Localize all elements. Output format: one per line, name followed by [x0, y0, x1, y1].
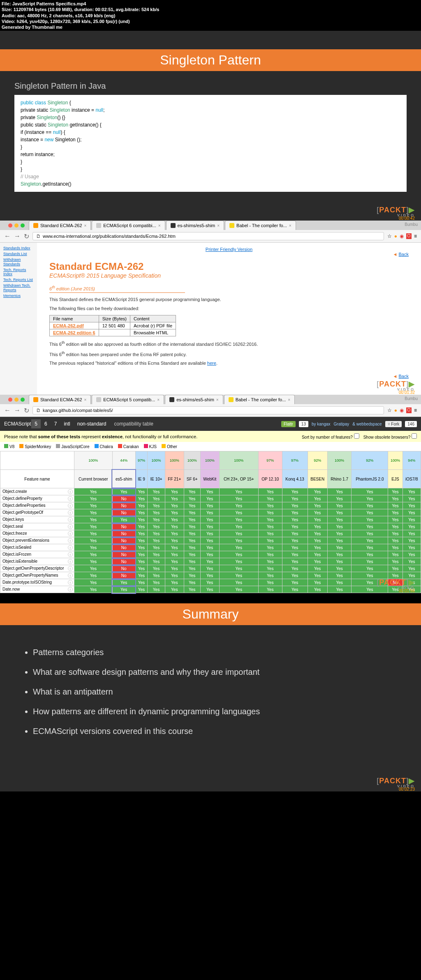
browser-column[interactable]: IE 9: [135, 470, 147, 488]
compat-cell: Yes: [258, 488, 282, 495]
compat-cell: Yes: [327, 530, 352, 537]
compat-cell: Yes: [388, 523, 402, 530]
sort-checkbox[interactable]: Sort by number of features?: [302, 433, 359, 439]
feature-name[interactable]: Object.keysi: [0, 516, 74, 523]
feature-name[interactable]: Object.getPrototypeOfi: [0, 509, 74, 516]
back-link[interactable]: Back: [399, 252, 409, 257]
toolbar-icons[interactable]: ☆●◉⬡≡: [387, 407, 417, 413]
compat-cell: Yes: [258, 558, 282, 565]
feature-name[interactable]: Object.getOwnPropertyNamesi: [0, 572, 74, 579]
table-row: Object.freezeiYesNoYesYesYesYesYesYesYes…: [0, 530, 421, 537]
feature-name[interactable]: Object.definePropertiesi: [0, 502, 74, 509]
tab-3[interactable]: es-shims/es5-shim×: [166, 221, 224, 230]
feature-name[interactable]: Object.isExtensiblei: [0, 558, 74, 565]
reload-icon[interactable]: ↻: [24, 407, 29, 414]
back-link[interactable]: Back: [399, 374, 409, 379]
url-input[interactable]: 🗋kangax.github.io/compat-table/es5/: [32, 406, 384, 414]
window-controls[interactable]: [4, 221, 29, 230]
kangax-link[interactable]: by kangax: [312, 422, 331, 426]
browser-column[interactable]: CH 23+, OP 15+: [219, 470, 258, 488]
tab-4[interactable]: Babel - The compiler fo...×: [224, 395, 295, 404]
browser-column[interactable]: EJS: [388, 470, 402, 488]
nav-es5[interactable]: 5: [31, 419, 41, 428]
feature-name[interactable]: Object.isSealedi: [0, 544, 74, 551]
browser-column[interactable]: WebKit: [200, 470, 219, 488]
feature-name[interactable]: Object.isFrozeni: [0, 551, 74, 558]
browser-column[interactable]: Current browser: [74, 470, 113, 488]
sidebar-link[interactable]: Withdrawn Tech. Reports: [3, 283, 34, 292]
obsolete-checkbox[interactable]: Show obsolete browsers?: [363, 433, 417, 439]
compat-cell: Yes: [165, 544, 184, 551]
tab-3[interactable]: es-shims/es5-shim×: [165, 395, 223, 404]
gratipay-link[interactable]: Gratipay: [334, 422, 349, 426]
list-item: How patterns are different in dynamic pr…: [33, 707, 396, 716]
toolbar-icons[interactable]: ☆●◉⬡≡: [387, 233, 417, 239]
back-icon[interactable]: ←: [4, 232, 11, 240]
webbed-link[interactable]: & webbedspace: [352, 422, 382, 426]
sidebar-link[interactable]: Mementos: [3, 294, 34, 298]
downloads-table: File nameSize (Bytes)Content ECMA-262.pd…: [49, 315, 176, 336]
compat-cell: Yes: [282, 502, 308, 509]
sidebar-link[interactable]: Standards List: [3, 252, 34, 256]
browser-column[interactable]: iOS7/8: [402, 470, 421, 488]
browser-column[interactable]: PhantomJS 2.0: [352, 470, 388, 488]
browser-column[interactable]: BESEN: [308, 470, 327, 488]
feature-name[interactable]: Object.preventExtensionsi: [0, 537, 74, 544]
window-controls[interactable]: [4, 395, 29, 404]
download-link[interactable]: ECMA-262 edition 6: [53, 330, 95, 335]
compat-cell: Yes: [74, 565, 113, 572]
feature-name[interactable]: Object.seali: [0, 523, 74, 530]
printer-link[interactable]: Printer Friendly Version: [206, 247, 252, 252]
fork-button[interactable]: ⑂ Fork: [385, 421, 402, 427]
compat-cell: Yes: [135, 516, 147, 523]
feature-name[interactable]: Object.getOwnPropertyDescriptori: [0, 565, 74, 572]
tab-2[interactable]: ECMAScript 6 compatibi...×: [92, 221, 165, 230]
sidebar-link[interactable]: Tech. Reports Index: [3, 268, 34, 277]
timestamp: 00:01:56: [399, 589, 415, 593]
browser-column[interactable]: SF 6+: [184, 470, 200, 488]
sidebar-link[interactable]: Withdrawn Standards: [3, 258, 34, 267]
forward-icon[interactable]: →: [14, 232, 21, 240]
back-icon[interactable]: ←: [4, 407, 11, 414]
nav-nonstd[interactable]: non-standard: [74, 419, 110, 428]
tab-4[interactable]: Babel - The compiler fo...×: [225, 221, 296, 230]
compat-cell: Yes: [184, 523, 200, 530]
feature-name[interactable]: Object.definePropertyi: [0, 495, 74, 502]
compat-cell: Yes: [282, 586, 308, 593]
tab-1[interactable]: Standard ECMA-262×: [29, 221, 91, 230]
compat-cell: Yes: [308, 523, 327, 530]
nav-es7[interactable]: 7: [51, 419, 60, 428]
nav-intl[interactable]: intl: [60, 419, 73, 428]
reload-icon[interactable]: ↻: [24, 232, 29, 240]
flattr-button[interactable]: Flattr: [281, 421, 296, 427]
compat-cell: Yes: [74, 537, 113, 544]
compat-cell: Yes: [219, 572, 258, 579]
compat-cell: Yes: [282, 516, 308, 523]
compat-cell: Yes: [165, 488, 184, 495]
feature-name[interactable]: Object.createi: [0, 488, 74, 495]
compat-cell: Yes: [258, 509, 282, 516]
browser-column[interactable]: Rhino 1.7: [327, 470, 352, 488]
tab-1[interactable]: Standard ECMA-262×: [29, 395, 91, 404]
compat-cell: Yes: [184, 565, 200, 572]
sidebar-link[interactable]: Tech. Reports List: [3, 278, 34, 282]
download-link[interactable]: ECMA-262.pdf: [53, 323, 84, 328]
sidebar-link[interactable]: Standards Index: [3, 246, 34, 251]
here-link[interactable]: here: [207, 361, 216, 366]
nav-es6[interactable]: 6: [41, 419, 51, 428]
compat-cell: Yes: [352, 530, 388, 537]
feature-name[interactable]: Date.nowi: [0, 586, 74, 593]
tab-2[interactable]: ECMAScript 5 compatib...×: [92, 395, 164, 404]
feature-name[interactable]: Date.prototype.toISOStringi: [0, 579, 74, 586]
browser-column[interactable]: Konq 4.13: [282, 470, 308, 488]
compat-cell: No: [112, 530, 135, 537]
browser-column[interactable]: FF 21+: [165, 470, 184, 488]
browser-column[interactable]: IE 10+: [148, 470, 165, 488]
compat-cell: Yes: [327, 572, 352, 579]
browser-column[interactable]: es5-shim: [112, 470, 135, 488]
table-row: Object.getOwnPropertyDescriptoriYesNoYes…: [0, 565, 421, 572]
url-input[interactable]: 🗋www.ecma-international.org/publications…: [32, 232, 384, 240]
feature-name[interactable]: Object.freezei: [0, 530, 74, 537]
browser-column[interactable]: OP 12.10: [258, 470, 282, 488]
forward-icon[interactable]: →: [14, 407, 21, 414]
